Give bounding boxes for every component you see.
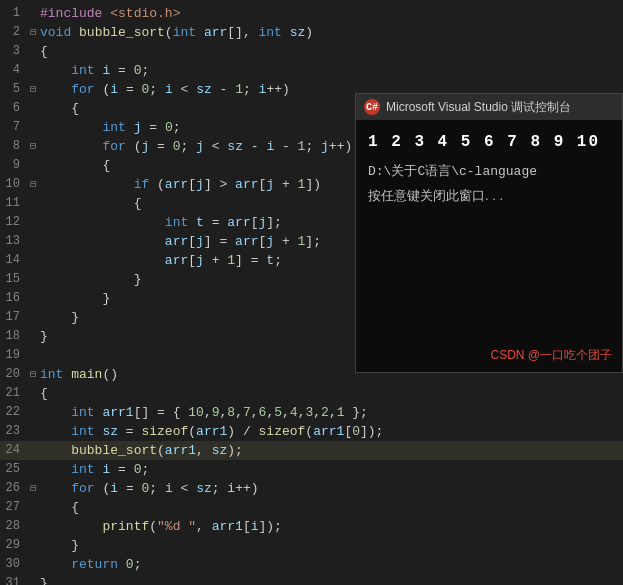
- code-line-23: 23 int sz = sizeof(arr1) / sizeof(arr1[0…: [0, 422, 623, 441]
- code-line-29: 29 }: [0, 536, 623, 555]
- console-panel: C# Microsoft Visual Studio 调试控制台 1 2 3 4…: [355, 93, 623, 373]
- code-line-28: 28 printf("%d ", arr1[i]);: [0, 517, 623, 536]
- code-line-27: 27 {: [0, 498, 623, 517]
- code-line-26: 26 ⊟ for (i = 0; i < sz; i++): [0, 479, 623, 498]
- code-line-31: 31 }: [0, 574, 623, 585]
- code-line-24: 24 bubble_sort(arr1, sz);: [0, 441, 623, 460]
- code-line-30: 30 return 0;: [0, 555, 623, 574]
- console-output-message: 按任意键关闭此窗口. . .: [368, 186, 610, 207]
- code-line-25: 25 int i = 0;: [0, 460, 623, 479]
- console-output-path: D:\关于C语言\c-language: [368, 162, 610, 183]
- code-line-3: 3 {: [0, 42, 623, 61]
- code-line-1: 1 #include <stdio.h>: [0, 4, 623, 23]
- console-body: 1 2 3 4 5 6 7 8 9 10 D:\关于C语言\c-language…: [356, 120, 622, 217]
- code-line-21: 21 {: [0, 384, 623, 403]
- code-line-2: 2 ⊟ void bubble_sort(int arr[], int sz): [0, 23, 623, 42]
- console-app-icon: C#: [364, 99, 380, 115]
- console-titlebar: C# Microsoft Visual Studio 调试控制台: [356, 94, 622, 120]
- console-branding: CSDN @一口吃个团子: [490, 347, 612, 364]
- code-line-22: 22 int arr1[] = { 10,9,8,7,6,5,4,3,2,1 }…: [0, 403, 623, 422]
- console-output-numbers: 1 2 3 4 5 6 7 8 9 10: [368, 130, 610, 156]
- console-title: Microsoft Visual Studio 调试控制台: [386, 99, 571, 116]
- code-line-4: 4 int i = 0;: [0, 61, 623, 80]
